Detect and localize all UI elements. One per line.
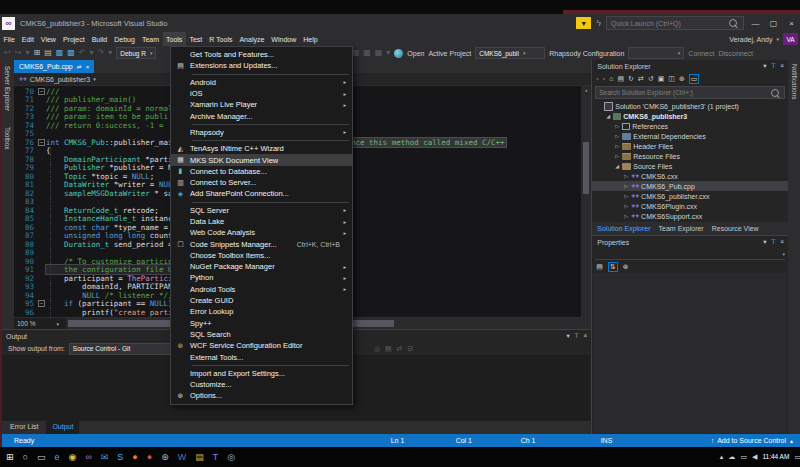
tools-menu-item-xamarin-live-player[interactable]: Xamarin Live Player▸ (171, 99, 352, 110)
collapsed-arrow-icon[interactable]: ▷ (614, 153, 620, 159)
tools-menu-item-connect-to-server[interactable]: ▥Connect to Server... (171, 177, 352, 188)
chrome-icon[interactable]: ◉ (69, 453, 77, 462)
tools-menu-item-options[interactable]: ⊛Options... (171, 390, 352, 401)
settings-icon[interactable]: ⊛ (161, 453, 169, 462)
menubar-item-analyze[interactable]: Analyze (236, 32, 268, 46)
nav-back-icon[interactable]: ↩ (4, 49, 11, 57)
tools-menu-item-spy[interactable]: Spy++ (171, 318, 352, 329)
tab-solution-explorer[interactable]: Solution Explorer (597, 225, 650, 232)
tools-menu-item-create-guid[interactable]: Create GUID (171, 295, 352, 306)
edge-icon[interactable]: e (55, 453, 60, 462)
collapse-all-icon[interactable]: ▣ (658, 75, 665, 83)
collapsed-arrow-icon[interactable]: ▷ (623, 183, 629, 189)
tab-resource-view[interactable]: Resource View (712, 225, 759, 232)
tree-item-header-files[interactable]: ▷Header Files (592, 141, 788, 151)
tools-menu-item-customize[interactable]: Customize... (171, 379, 352, 390)
tree-item-cmks6-publisher3[interactable]: ◢CMKS6_publisher3 (592, 111, 788, 121)
user-avatar[interactable]: VA (783, 33, 798, 45)
notification-flag-icon[interactable]: ▼ (576, 17, 591, 29)
back-icon[interactable]: ◦ (596, 75, 598, 82)
toggle-word-wrap-icon[interactable]: ⇄ (397, 345, 403, 353)
tree-item-cmks6plugin-cxx[interactable]: ▷++CMKS6Plugin.cxx (592, 201, 788, 211)
menubar-item-build[interactable]: Build (88, 32, 111, 46)
tools-menu-item-external-tools[interactable]: External Tools... (171, 351, 352, 362)
pin-icon[interactable]: ⊤ (771, 238, 777, 246)
solution-explorer-search-input[interactable]: Search Solution Explorer (Ctrl+;) (595, 86, 785, 99)
tab-notifications[interactable]: Notifications (791, 64, 798, 434)
window-position-dropdown-icon[interactable]: ▾ (763, 238, 766, 246)
collapsed-arrow-icon[interactable]: ▷ (614, 133, 620, 139)
fold-marker-icon[interactable] (37, 88, 46, 95)
vertical-scrollbar-thumb[interactable] (583, 142, 589, 194)
tray-expand-icon[interactable]: ▴ (720, 453, 724, 461)
add-to-source-control-button[interactable]: ↑ Add to Source Control ▲ (711, 437, 794, 444)
teams-icon[interactable]: T (213, 453, 219, 462)
breadcrumb-dropdown-icon[interactable]: ▾ (93, 76, 96, 82)
fold-marker-icon[interactable] (37, 300, 46, 307)
close-icon[interactable]: × (780, 62, 784, 70)
preview-selected-items-icon[interactable]: ▭ (689, 74, 700, 84)
undo-icon[interactable]: ↶ (79, 49, 86, 57)
active-project-dropdown[interactable]: CMKS6_publi▾ (475, 47, 545, 59)
tools-menu-item-extensions-and-updates[interactable]: ▤Extensions and Updates... (171, 60, 352, 71)
tools-menu-item-sql-server[interactable]: SQL Server▸ (171, 205, 352, 216)
menubar-item-edit[interactable]: Edit (18, 32, 37, 46)
action-center-icon[interactable]: ▭ (794, 453, 800, 461)
tools-menu-item-python[interactable]: Python▸ (171, 272, 352, 283)
toolbox-extra-2-icon[interactable]: ▦ (363, 49, 371, 57)
redo-icon[interactable]: ↷ (98, 49, 105, 57)
nav-forward-icon[interactable]: ↪ (15, 49, 22, 57)
window-position-dropdown-icon[interactable]: ▾ (763, 62, 766, 70)
alphabetical-icon[interactable]: ⇅ (608, 262, 618, 272)
tab-preview-icon[interactable]: ⇌ (77, 63, 82, 70)
volume-icon[interactable]: ◀ (752, 453, 757, 461)
zoom-dropdown-icon[interactable]: ▾ (56, 321, 59, 327)
menubar-item-team[interactable]: Team (138, 32, 162, 46)
collapsed-arrow-icon[interactable]: ▷ (614, 123, 620, 129)
onedrive-icon[interactable]: ☁ (728, 453, 735, 461)
menubar-item-r-tools[interactable]: R Tools (206, 32, 236, 46)
menubar-item-view[interactable]: View (37, 32, 59, 46)
clear-all-icon[interactable]: ▤ (385, 345, 392, 353)
tools-menu-item-sql-search[interactable]: SQL Search (171, 329, 352, 340)
property-pages-icon[interactable]: ⊛ (623, 263, 629, 271)
save-icon[interactable]: ▩ (56, 49, 64, 57)
minimize-button[interactable]: — (749, 19, 762, 28)
sync-with-active-document-icon[interactable]: ⇄ (638, 75, 644, 83)
toolbar-overflow-icon[interactable]: ▾ (386, 49, 390, 57)
clock[interactable]: 11:44 AM (762, 453, 789, 460)
tools-menu-item-wcf-service-configuration-editor[interactable]: ⊛WCF Service Configuration Editor (171, 340, 352, 351)
tree-item-cmks6-cxx[interactable]: ▷++CMKS6.cxx (592, 171, 788, 181)
tab-team-explorer[interactable]: Team Explorer (659, 225, 704, 232)
show-all-files-icon[interactable]: ◫ (668, 75, 675, 83)
maximize-button[interactable]: ▢ (767, 19, 780, 28)
close-icon[interactable]: × (780, 238, 784, 246)
scroll-up-icon[interactable]: ▲ (584, 86, 589, 94)
tools-menu-item-connect-to-database[interactable]: ▮Connect to Database... (171, 166, 352, 177)
open-label[interactable]: Open (407, 50, 424, 57)
pin-icon[interactable]: ⊤ (771, 62, 777, 70)
tools-menu-item-android-tools[interactable]: Android Tools▸ (171, 284, 352, 295)
properties-object-dropdown[interactable]: ▾ (595, 249, 785, 260)
solution-configuration-dropdown[interactable]: Debug R▾ (116, 47, 156, 59)
expanded-arrow-icon[interactable]: ◢ (605, 113, 611, 119)
categorized-icon[interactable]: ▤ (596, 263, 603, 271)
expanded-arrow-icon[interactable]: ◢ (614, 163, 620, 169)
connect-button[interactable]: Connect (688, 50, 714, 57)
close-button[interactable]: × (785, 19, 798, 28)
network-icon[interactable]: ▭ (740, 453, 747, 461)
collapsed-arrow-icon[interactable]: ▷ (623, 193, 629, 199)
user-dropdown-icon[interactable]: ▾ (776, 36, 779, 42)
signed-in-user[interactable]: Veradej, Andy (729, 36, 772, 43)
tools-menu-item-import-and-export-settings[interactable]: Import and Export Settings... (171, 368, 352, 379)
tools-menu-item-tenasys-intime-c-wizard[interactable]: ◭TenAsys INtime C++ Wizard (171, 143, 352, 154)
tools-menu-item-code-snippets-manager[interactable]: ▢Code Snippets Manager...Ctrl+K, Ctrl+B (171, 238, 352, 249)
zoom-control[interactable]: 100 % ▾ (14, 320, 62, 327)
internet-explorer-icon[interactable]: ◎ (227, 453, 235, 462)
tools-menu-item-data-lake[interactable]: Data Lake▸ (171, 216, 352, 227)
tab-toolbox[interactable]: Toolbox (4, 127, 11, 149)
outlook-icon[interactable]: ✉ (101, 453, 109, 462)
pin-icon[interactable]: ⊤ (574, 332, 580, 340)
tools-menu-item-nuget-package-manager[interactable]: NuGet Package Manager▸ (171, 261, 352, 272)
undo-dropdown-icon[interactable]: ▾ (90, 49, 94, 57)
